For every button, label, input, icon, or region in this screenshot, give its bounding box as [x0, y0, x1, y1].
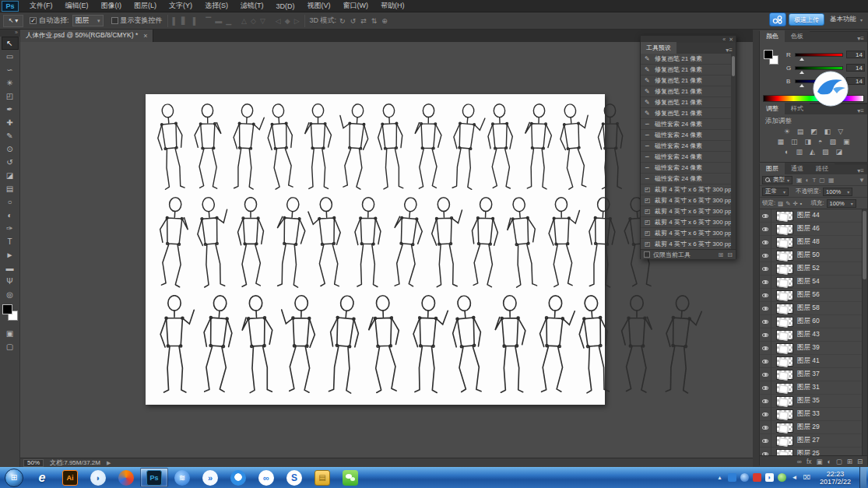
link-layers-icon[interactable]: ∞	[797, 458, 802, 465]
photo-filter-icon[interactable]: ◓	[818, 137, 822, 147]
layer-thumbnail[interactable]	[776, 409, 793, 420]
3d-drag-icon[interactable]: ⇄	[360, 17, 367, 25]
delete-layer-icon[interactable]: ⊟	[857, 458, 863, 465]
tool-preset-item[interactable]: ∽磁性套索 24 像素	[641, 152, 736, 163]
layer-thumbnail[interactable]	[776, 356, 793, 367]
lock-pixels-icon[interactable]: ✎	[785, 200, 790, 207]
layer-visibility-toggle[interactable]	[760, 395, 771, 408]
workspace-switcher[interactable]: 基本功能▾	[830, 15, 863, 24]
magic-wand-tool[interactable]: ✳	[2, 76, 19, 90]
layer-thumbnail[interactable]	[776, 290, 793, 300]
toolbar-collapse-icon[interactable]: »	[0, 30, 19, 37]
brightness-contrast-icon[interactable]: ☀	[784, 127, 790, 137]
taskbar-clock[interactable]: 22:23 2017/2/22	[815, 470, 856, 486]
3d-roll-icon[interactable]: ↺	[350, 17, 357, 25]
healing-brush-tool[interactable]: ✚	[2, 116, 19, 129]
layer-row[interactable]: 图层 58	[760, 302, 867, 315]
layer-thumbnail[interactable]	[776, 330, 793, 340]
tool-preset-item[interactable]: ◰裁剪 4 英寸 x 6 英寸 300 ppi	[641, 217, 736, 228]
layer-row[interactable]: 图层 29	[760, 421, 867, 434]
tool-preset-item[interactable]: ✎修复画笔 21 像素	[641, 86, 736, 97]
panel-menu-icon[interactable]: ▾≡	[857, 35, 867, 42]
auto-select-checkbox[interactable]: ✓	[30, 17, 37, 24]
history-brush-tool[interactable]: ↺	[2, 156, 19, 169]
document-tab[interactable]: 人体作业.psd @ 50%(RGB/8/CMYK) * ×	[20, 30, 153, 42]
curves-icon[interactable]: ◩	[810, 127, 817, 137]
tool-preset-item[interactable]: ∽磁性套索 24 像素	[641, 141, 736, 152]
layer-thumbnail[interactable]	[776, 251, 793, 261]
tool-preset-item[interactable]: ◰裁剪 4 英寸 x 6 英寸 300 ppi	[641, 206, 736, 217]
taskbar-illustrator-icon[interactable]: Ai	[56, 468, 84, 487]
layer-row[interactable]: 图层 52	[760, 262, 867, 276]
layer-visibility-toggle[interactable]	[760, 421, 771, 434]
layer-row[interactable]: 图层 43	[760, 328, 867, 342]
layer-thumbnail[interactable]	[776, 224, 793, 234]
menu-type[interactable]: 文字(Y)	[163, 0, 199, 12]
blur-tool[interactable]: ○	[2, 195, 19, 209]
taskbar-sogou-icon[interactable]: S	[280, 468, 308, 487]
tool-preset-item[interactable]: ∽磁性套索 24 像素	[641, 174, 736, 184]
tab-色板[interactable]: 色板	[785, 30, 810, 42]
tray-green-app-icon[interactable]	[778, 473, 786, 482]
channel-slider[interactable]	[795, 53, 843, 57]
taskbar-maxthon-icon[interactable]: »	[196, 468, 224, 487]
photoshop-logo-icon[interactable]: Ps	[2, 1, 19, 12]
xunlei-floating-icon[interactable]	[811, 70, 850, 107]
tool-preset-item[interactable]: ✎修复画笔 21 像素	[641, 75, 736, 86]
panel-color-swatches[interactable]	[764, 50, 784, 70]
tray-maxthon-icon[interactable]: ◗	[765, 473, 774, 482]
pen-tool[interactable]: ✑	[2, 222, 19, 235]
layer-thumbnail[interactable]	[776, 211, 793, 221]
fill-field[interactable]: 100%▾	[827, 199, 856, 208]
layer-row[interactable]: 图层 41	[760, 355, 867, 368]
shape-tool[interactable]: ▬	[2, 262, 19, 275]
layer-visibility-toggle[interactable]	[760, 223, 771, 236]
path-selection-tool[interactable]: ►	[2, 248, 19, 262]
layer-row[interactable]: 图层 25	[760, 448, 867, 455]
gradient-tool[interactable]: ▤	[2, 182, 19, 195]
taskbar-bird-browser-icon[interactable]: ◗	[84, 468, 112, 487]
layer-row[interactable]: 图层 56	[760, 289, 867, 302]
layer-visibility-toggle[interactable]	[760, 276, 771, 289]
auto-select-target-dropdown[interactable]: 图层▾	[72, 15, 104, 26]
layer-thumbnail[interactable]	[776, 343, 793, 353]
quick-upload-button[interactable]: 极速上传	[789, 13, 824, 26]
current-tool-only-checkbox[interactable]	[644, 251, 650, 258]
layer-visibility-toggle[interactable]	[760, 368, 771, 381]
layer-thumbnail[interactable]	[776, 237, 793, 248]
brush-tool[interactable]: ✎	[2, 129, 19, 142]
layer-visibility-toggle[interactable]	[760, 448, 771, 456]
status-menu-arrow-icon[interactable]: ▶	[107, 460, 111, 466]
tool-preset-picker[interactable]: ↖▾	[3, 15, 23, 27]
tab-tool-presets[interactable]: 工具预设	[641, 42, 676, 54]
opacity-field[interactable]: 100%▾	[823, 188, 852, 196]
hue-saturation-icon[interactable]: ▦	[777, 137, 784, 147]
black-white-icon[interactable]: ◨	[805, 137, 812, 147]
move-tool[interactable]: ↖	[2, 37, 19, 50]
levels-icon[interactable]: ▤	[797, 127, 804, 137]
new-layer-icon[interactable]: ⊞	[847, 458, 852, 465]
layer-visibility-toggle[interactable]	[760, 342, 771, 355]
zoom-tool[interactable]: ◎	[2, 288, 19, 301]
channel-slider[interactable]	[795, 66, 843, 70]
foreground-color-swatch[interactable]	[2, 304, 12, 314]
menu-filter[interactable]: 滤镜(T)	[234, 0, 270, 12]
taskbar-sogou-browser-icon[interactable]	[112, 468, 140, 487]
menu-threed[interactable]: 3D(D)	[270, 0, 301, 12]
channel-mixer-icon[interactable]: ▧	[829, 137, 836, 147]
layer-visibility-toggle[interactable]	[760, 302, 771, 315]
layer-thumbnail[interactable]	[776, 383, 793, 393]
layer-visibility-toggle[interactable]	[760, 236, 771, 249]
3d-scale-icon[interactable]: ⊕	[381, 17, 388, 25]
tab-颜色[interactable]: 颜色	[760, 30, 785, 42]
layer-row[interactable]: 图层 46	[760, 223, 867, 236]
layer-filter-dropdown[interactable]: 类型 ▾	[762, 176, 792, 184]
show-transform-checkbox[interactable]	[111, 17, 118, 24]
layer-group-icon[interactable]: ▢	[836, 458, 842, 465]
layer-visibility-toggle[interactable]	[760, 328, 771, 342]
layer-row[interactable]: 图层 31	[760, 381, 867, 395]
layer-row[interactable]: 图层 37	[760, 368, 867, 381]
lock-position-icon[interactable]: ✛	[792, 200, 797, 207]
layer-visibility-toggle[interactable]	[760, 289, 771, 302]
filter-shape-layers-icon[interactable]: ▢	[819, 177, 825, 184]
